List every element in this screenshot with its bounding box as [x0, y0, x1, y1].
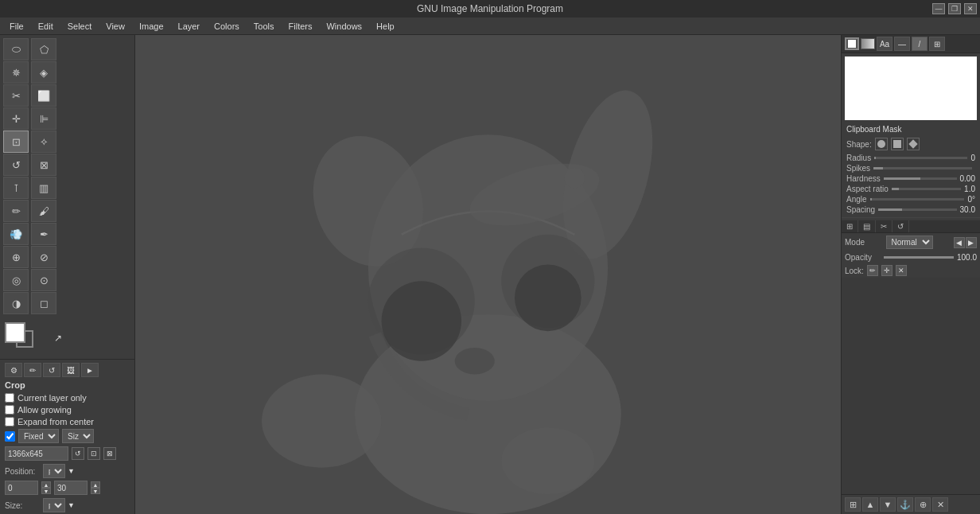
- tool-options-tab-img[interactable]: 🖼: [62, 363, 80, 377]
- tab-channels[interactable]: ▤: [858, 220, 876, 232]
- panel-tab-line[interactable]: —: [894, 37, 910, 51]
- raise-layer-button[interactable]: ▲: [862, 497, 878, 512]
- position-x-up[interactable]: ▲: [41, 481, 51, 488]
- warp-tool[interactable]: ↺: [3, 154, 29, 176]
- panel-tab-gradient[interactable]: [861, 38, 875, 49]
- lock-alpha-button[interactable]: ✕: [896, 265, 907, 276]
- eraser-tool[interactable]: ◻: [31, 292, 56, 314]
- opacity-slider[interactable]: [884, 256, 954, 259]
- panel-tab-brush[interactable]: /: [912, 37, 928, 51]
- menu-windows[interactable]: Windows: [320, 20, 368, 33]
- panel-tab-color[interactable]: [845, 37, 859, 50]
- anchor-layer-button[interactable]: ⚓: [897, 497, 913, 512]
- position-y-input[interactable]: [54, 481, 88, 495]
- radius-param: Radius 0: [842, 153, 980, 163]
- position-y-down[interactable]: ▼: [91, 488, 100, 494]
- menu-filters[interactable]: Filters: [282, 20, 319, 33]
- fixed-size-select[interactable]: Size: [62, 429, 94, 443]
- size-unit-arrow[interactable]: ▼: [68, 501, 75, 509]
- canvas-area[interactable]: [135, 35, 841, 514]
- menu-tools[interactable]: Tools: [247, 20, 281, 33]
- position-unit-arrow[interactable]: ▼: [68, 467, 75, 475]
- mode-label: Mode: [845, 238, 865, 247]
- swap-colors-icon[interactable]: ↗: [54, 333, 62, 344]
- tab-paths[interactable]: ✂: [876, 220, 892, 232]
- aspect-ratio-slider[interactable]: [892, 188, 961, 190]
- expand-from-center-checkbox[interactable]: [5, 417, 14, 426]
- shape-circle-button[interactable]: [875, 138, 888, 150]
- menu-edit[interactable]: Edit: [32, 20, 60, 33]
- blur-tool[interactable]: ◎: [3, 269, 29, 291]
- hardness-slider[interactable]: [884, 177, 957, 180]
- smudge-tool[interactable]: ⊙: [31, 269, 56, 291]
- panel-tab-font[interactable]: Aa: [877, 37, 892, 51]
- restore-button[interactable]: ❐: [948, 3, 961, 14]
- transform-tool[interactable]: ⟡: [31, 130, 56, 153]
- by-color-select-tool[interactable]: ◈: [31, 61, 56, 84]
- spikes-slider[interactable]: [873, 167, 972, 169]
- shape-diamond-button[interactable]: [907, 138, 920, 150]
- tool-options-tab-paint[interactable]: ✏: [24, 363, 41, 377]
- handle-tool[interactable]: ⊠: [31, 154, 56, 176]
- tab-undo[interactable]: ↺: [892, 220, 909, 232]
- ellipse-select-tool[interactable]: ⬭: [3, 38, 29, 60]
- align-tool[interactable]: ⊫: [31, 107, 56, 130]
- menu-help[interactable]: Help: [370, 20, 401, 33]
- pencil-tool[interactable]: ✏: [3, 200, 29, 222]
- mode-select[interactable]: Normal: [886, 236, 933, 249]
- angle-slider[interactable]: [870, 198, 965, 201]
- paint-tool[interactable]: 🖌: [31, 200, 56, 222]
- fuzzy-select-tool[interactable]: ✵: [3, 61, 29, 84]
- free-select-tool[interactable]: ⬠: [31, 38, 56, 60]
- lower-layer-button[interactable]: ▼: [880, 497, 896, 512]
- menu-colors[interactable]: Colors: [208, 20, 246, 33]
- current-layer-only-checkbox[interactable]: [5, 393, 14, 403]
- clone-tool[interactable]: ⊕: [3, 246, 29, 268]
- tool-options-tab-history[interactable]: ↺: [43, 363, 60, 377]
- allow-growing-checkbox[interactable]: [5, 405, 14, 415]
- iscissors-tool[interactable]: ✂: [3, 84, 29, 107]
- position-x-down[interactable]: ▼: [41, 488, 51, 494]
- merge-layer-button[interactable]: ⊕: [915, 497, 931, 512]
- position-unit-select[interactable]: px: [43, 464, 65, 478]
- panel-tab-more[interactable]: ⊞: [929, 37, 945, 51]
- size-icon1[interactable]: ⊡: [88, 447, 100, 460]
- menu-file[interactable]: File: [3, 20, 30, 33]
- spacing-slider[interactable]: [878, 208, 956, 211]
- ink-tool[interactable]: ✒: [31, 223, 56, 245]
- menu-select[interactable]: Select: [61, 20, 99, 33]
- new-layer-button[interactable]: ⊞: [845, 497, 861, 512]
- minimize-button[interactable]: —: [932, 3, 945, 14]
- dodge-tool[interactable]: ◑: [3, 292, 29, 314]
- reset-size-button[interactable]: ↺: [72, 447, 84, 460]
- foreground-color[interactable]: [5, 322, 25, 343]
- menu-image[interactable]: Image: [133, 20, 170, 33]
- rect-select-tool[interactable]: ⬜: [31, 84, 56, 107]
- crop-tool[interactable]: ⊡: [3, 130, 29, 153]
- radius-slider[interactable]: [874, 157, 967, 159]
- heal-tool[interactable]: ⊘: [31, 246, 56, 268]
- tab-layers[interactable]: ⊞: [842, 220, 858, 232]
- menu-view[interactable]: View: [99, 20, 131, 33]
- position-x-input[interactable]: [5, 481, 38, 495]
- delete-layer-button[interactable]: ✕: [932, 497, 948, 512]
- size-icon2[interactable]: ⊠: [103, 447, 116, 460]
- lock-pixels-button[interactable]: ✏: [867, 265, 878, 276]
- mode-next-button[interactable]: ▶: [966, 237, 977, 248]
- bucket-fill-tool[interactable]: ⊺: [3, 177, 29, 199]
- collapse-options[interactable]: ►: [81, 363, 99, 377]
- move-tool[interactable]: ✛: [3, 107, 29, 130]
- close-button[interactable]: ✕: [964, 3, 977, 14]
- blend-tool[interactable]: ▥: [31, 177, 56, 199]
- size-unit-select[interactable]: px: [43, 498, 65, 512]
- position-y-up[interactable]: ▲: [91, 481, 100, 488]
- menu-layer[interactable]: Layer: [172, 20, 207, 33]
- shape-square-button[interactable]: [891, 138, 904, 150]
- mode-prev-button[interactable]: ◀: [954, 237, 965, 248]
- fixed-type-select[interactable]: Fixed: [18, 429, 59, 443]
- tool-options-tab-tool[interactable]: ⚙: [5, 363, 22, 377]
- lock-position-button[interactable]: ✛: [881, 265, 892, 276]
- airbrush-tool[interactable]: 💨: [3, 223, 29, 245]
- fixed-checkbox[interactable]: [5, 431, 15, 442]
- size-value-input[interactable]: [5, 446, 68, 461]
